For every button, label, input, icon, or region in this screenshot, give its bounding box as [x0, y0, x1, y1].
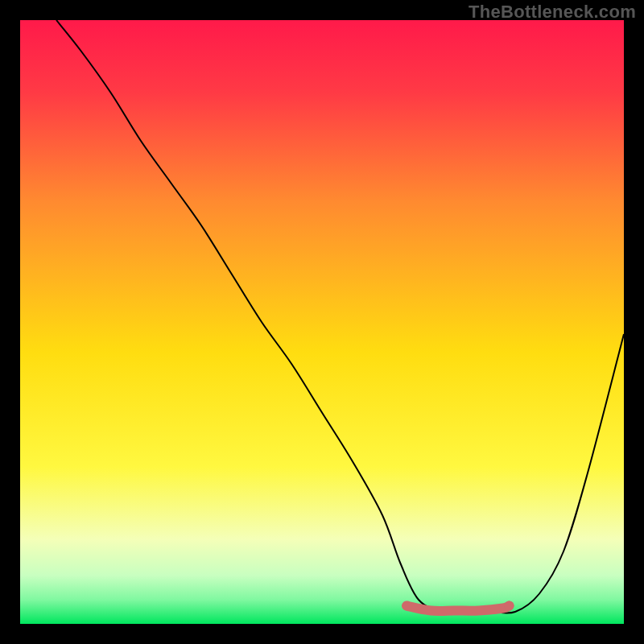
marker-band	[407, 606, 510, 611]
watermark-label: TheBottleneck.com	[469, 2, 636, 23]
plot-svg	[20, 20, 624, 624]
chart-frame: TheBottleneck.com	[0, 0, 644, 644]
end-dot	[505, 601, 514, 611]
gradient-background	[20, 20, 624, 624]
plot-area	[20, 20, 624, 624]
